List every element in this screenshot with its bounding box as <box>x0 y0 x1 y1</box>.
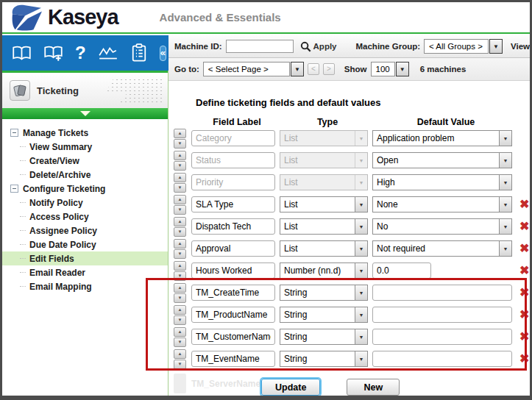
show-count-dropdown[interactable]: 100 <box>371 62 409 76</box>
move-down-button[interactable] <box>174 139 186 149</box>
field-label-input[interactable] <box>191 285 275 301</box>
default-value-dropdown[interactable]: No <box>372 218 512 235</box>
delete-row-button[interactable] <box>519 265 529 276</box>
delete-row-button[interactable] <box>519 243 529 254</box>
delete-row-button[interactable] <box>519 353 529 365</box>
next-page-button[interactable]: > <box>323 63 335 75</box>
select-page-dropdown[interactable]: < Select Page > <box>203 62 304 76</box>
delete-row-button[interactable] <box>519 309 529 321</box>
sidebar-item-delete-archive[interactable]: Delete/Archive <box>2 168 168 182</box>
clipboard-icon[interactable] <box>130 43 148 63</box>
field-label-input[interactable] <box>191 307 275 323</box>
default-value-dropdown[interactable]: None <box>372 196 512 213</box>
move-down-button[interactable] <box>174 183 186 193</box>
machine-group-dropdown[interactable]: < All Groups > <box>424 39 503 54</box>
sidebar-collapse-button[interactable]: « <box>160 46 166 61</box>
column-default-value: Default Value <box>376 117 516 127</box>
move-down-button[interactable] <box>174 315 186 325</box>
new-button[interactable]: New <box>347 379 400 396</box>
type-dropdown[interactable]: Number (nn.d) <box>280 262 368 279</box>
update-button[interactable]: Update <box>261 379 320 396</box>
row-reorder <box>174 349 186 369</box>
page-title: Define ticketing fields and default valu… <box>196 97 530 108</box>
collapse-minus-icon[interactable] <box>10 129 18 137</box>
type-dropdown[interactable]: String <box>280 329 368 345</box>
move-down-button[interactable] <box>174 249 186 259</box>
apply-button[interactable]: Apply <box>300 41 337 52</box>
default-value-dropdown[interactable]: High <box>372 174 512 190</box>
move-up-button[interactable] <box>174 173 186 182</box>
sidebar-group-manage-tickets[interactable]: Manage Tickets <box>2 126 168 140</box>
delete-row-button[interactable] <box>519 199 529 210</box>
move-down-button[interactable] <box>174 161 186 171</box>
move-up-button[interactable] <box>174 195 186 204</box>
ticketing-module-button[interactable] <box>10 80 30 101</box>
sidebar-item-access-policy[interactable]: Access Policy <box>2 210 168 224</box>
chevron-down-icon <box>291 62 304 76</box>
default-value-input[interactable] <box>372 307 512 323</box>
move-down-button[interactable] <box>174 293 186 303</box>
move-up-button[interactable] <box>174 151 186 160</box>
type-dropdown[interactable]: List <box>280 196 368 213</box>
book-icon[interactable] <box>12 43 32 63</box>
type-dropdown[interactable]: String <box>280 351 368 367</box>
move-up-button[interactable] <box>174 261 186 271</box>
move-up-button[interactable] <box>174 217 186 226</box>
field-label-input[interactable] <box>191 240 275 257</box>
move-down-button[interactable] <box>174 338 186 347</box>
move-up-button[interactable] <box>174 239 186 249</box>
type-dropdown[interactable]: String <box>280 307 368 323</box>
move-down-button[interactable] <box>174 205 186 215</box>
machine-id-input[interactable] <box>226 40 294 53</box>
chart-icon[interactable] <box>98 43 118 63</box>
chevron-down-icon <box>355 153 367 168</box>
delete-row-button[interactable] <box>519 287 529 299</box>
default-value-input[interactable] <box>372 262 431 279</box>
delete-row-button[interactable] <box>519 331 529 343</box>
type-dropdown[interactable]: List <box>280 240 368 257</box>
sidebar: Ticketing Manage Tickets View Summary Cr… <box>2 71 169 396</box>
default-value-dropdown[interactable]: Open <box>372 152 512 168</box>
move-down-button[interactable] <box>174 360 186 369</box>
type-dropdown[interactable]: String <box>280 285 368 301</box>
move-down-button[interactable] <box>174 271 186 281</box>
sidebar-item-assignee-policy[interactable]: Assignee Policy <box>2 224 168 238</box>
sidebar-item-create-view[interactable]: Create/View <box>2 154 168 168</box>
collapse-minus-icon[interactable] <box>10 185 18 193</box>
sidebar-item-view-summary[interactable]: View Summary <box>2 140 168 154</box>
sidebar-item-due-date-policy[interactable]: Due Date Policy <box>2 238 168 251</box>
sidebar-item-email-mapping[interactable]: Email Mapping <box>2 279 168 293</box>
move-down-button[interactable] <box>174 227 186 237</box>
prev-page-button[interactable]: < <box>308 63 319 75</box>
field-label-input[interactable] <box>191 196 275 213</box>
row-reorder <box>174 151 186 171</box>
type-dropdown[interactable]: List <box>280 218 368 235</box>
delete-row-button[interactable] <box>519 221 529 232</box>
default-value-input[interactable] <box>372 329 512 345</box>
book-add-icon[interactable] <box>43 43 63 63</box>
default-value-input[interactable] <box>372 285 512 301</box>
tickets-icon <box>13 83 27 98</box>
sidebar-item-email-reader[interactable]: Email Reader <box>2 265 168 279</box>
help-icon[interactable]: ? <box>75 43 86 63</box>
sidebar-item-notify-policy[interactable]: Notify Policy <box>2 196 168 210</box>
field-label-input[interactable] <box>191 218 275 235</box>
machines-count: 6 machines <box>420 65 467 74</box>
field-label-input[interactable] <box>191 351 275 367</box>
field-label-input[interactable] <box>191 329 275 345</box>
default-value-dropdown[interactable]: Not required <box>372 240 512 257</box>
table-row: Number (nn.d) <box>169 260 530 282</box>
sidebar-item-edit-fields[interactable]: Edit Fields <box>2 251 168 265</box>
move-up-button[interactable] <box>174 327 186 337</box>
menu-expander-bar[interactable] <box>2 108 168 119</box>
sidebar-group-configure-ticketing[interactable]: Configure Ticketing <box>2 182 168 196</box>
default-value-input[interactable] <box>372 351 512 367</box>
move-up-button[interactable] <box>174 283 186 293</box>
default-value-dropdown[interactable]: Application problem <box>372 130 512 146</box>
field-label-input[interactable] <box>191 262 275 279</box>
column-type: Type <box>283 117 372 127</box>
move-up-button[interactable] <box>174 349 186 359</box>
chevron-down-icon <box>499 241 511 256</box>
move-up-button[interactable] <box>174 129 186 138</box>
move-up-button[interactable] <box>174 305 186 315</box>
